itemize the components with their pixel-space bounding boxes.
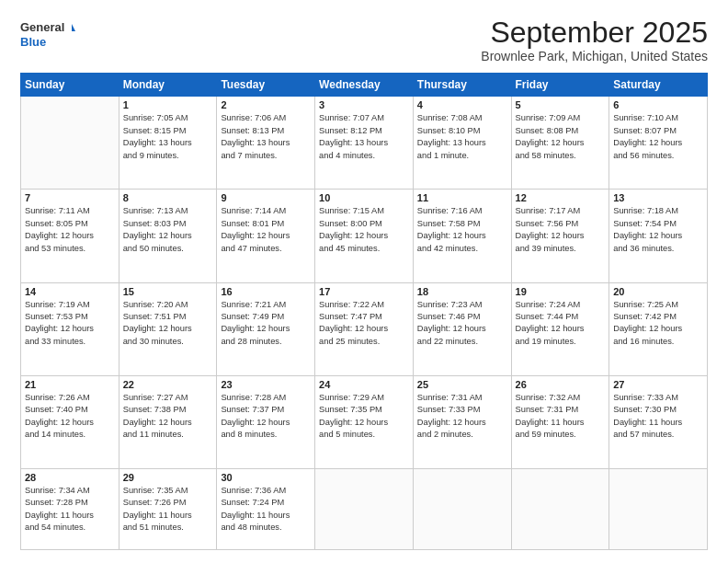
day-info: Sunrise: 7:27 AMSunset: 7:38 PMDaylight:…	[123, 392, 213, 442]
day-number: 23	[221, 379, 311, 390]
calendar-cell: 30Sunrise: 7:36 AMSunset: 7:24 PMDayligh…	[217, 468, 315, 549]
calendar-table: SundayMondayTuesdayWednesdayThursdayFrid…	[20, 73, 708, 550]
day-number: 25	[417, 379, 507, 390]
day-number: 20	[613, 286, 703, 297]
calendar-cell: 10Sunrise: 7:15 AMSunset: 8:00 PMDayligh…	[315, 190, 414, 282]
day-number: 27	[613, 379, 703, 390]
day-info: Sunrise: 7:33 AMSunset: 7:30 PMDaylight:…	[613, 392, 703, 442]
day-number: 7	[25, 192, 115, 203]
day-info: Sunrise: 7:24 AMSunset: 7:44 PMDaylight:…	[516, 299, 606, 349]
page: General Blue September 2025 Brownlee Par…	[0, 0, 728, 563]
col-header-tuesday: Tuesday	[217, 74, 315, 97]
day-info: Sunrise: 7:08 AMSunset: 8:10 PMDaylight:…	[417, 112, 507, 162]
day-number: 2	[221, 99, 311, 110]
calendar-cell: 19Sunrise: 7:24 AMSunset: 7:44 PMDayligh…	[511, 282, 609, 375]
day-info: Sunrise: 7:22 AMSunset: 7:47 PMDaylight:…	[319, 299, 409, 349]
day-number: 11	[417, 192, 507, 203]
month-title: September 2025	[481, 17, 708, 49]
day-info: Sunrise: 7:21 AMSunset: 7:49 PMDaylight:…	[221, 299, 311, 349]
calendar-cell: 4Sunrise: 7:08 AMSunset: 8:10 PMDaylight…	[413, 97, 511, 190]
calendar-cell	[413, 468, 511, 549]
calendar-cell: 11Sunrise: 7:16 AMSunset: 7:58 PMDayligh…	[413, 190, 511, 282]
day-number: 24	[319, 379, 409, 390]
col-header-friday: Friday	[511, 74, 609, 97]
week-row-5: 28Sunrise: 7:34 AMSunset: 7:28 PMDayligh…	[21, 468, 708, 549]
calendar-cell: 28Sunrise: 7:34 AMSunset: 7:28 PMDayligh…	[21, 468, 119, 549]
day-info: Sunrise: 7:09 AMSunset: 8:08 PMDaylight:…	[516, 112, 606, 162]
calendar-cell: 26Sunrise: 7:32 AMSunset: 7:31 PMDayligh…	[511, 375, 609, 468]
calendar-cell: 27Sunrise: 7:33 AMSunset: 7:30 PMDayligh…	[609, 375, 708, 468]
day-info: Sunrise: 7:11 AMSunset: 8:05 PMDaylight:…	[25, 205, 115, 255]
week-row-2: 7Sunrise: 7:11 AMSunset: 8:05 PMDaylight…	[21, 190, 708, 282]
day-info: Sunrise: 7:15 AMSunset: 8:00 PMDaylight:…	[319, 205, 409, 255]
day-number: 29	[123, 472, 213, 483]
day-info: Sunrise: 7:32 AMSunset: 7:31 PMDaylight:…	[516, 392, 606, 442]
day-info: Sunrise: 7:26 AMSunset: 7:40 PMDaylight:…	[25, 392, 115, 442]
svg-text:General: General	[20, 20, 64, 34]
day-info: Sunrise: 7:19 AMSunset: 7:53 PMDaylight:…	[25, 299, 115, 349]
day-number: 28	[25, 472, 115, 483]
day-info: Sunrise: 7:31 AMSunset: 7:33 PMDaylight:…	[417, 392, 507, 442]
day-number: 15	[123, 286, 213, 297]
calendar-cell: 21Sunrise: 7:26 AMSunset: 7:40 PMDayligh…	[21, 375, 119, 468]
title-block: September 2025 Brownlee Park, Michigan, …	[481, 17, 708, 63]
day-number: 3	[319, 99, 409, 110]
calendar-cell: 18Sunrise: 7:23 AMSunset: 7:46 PMDayligh…	[413, 282, 511, 375]
day-info: Sunrise: 7:29 AMSunset: 7:35 PMDaylight:…	[319, 392, 409, 442]
day-number: 6	[613, 99, 703, 110]
calendar-cell	[21, 97, 119, 190]
day-info: Sunrise: 7:36 AMSunset: 7:24 PMDaylight:…	[221, 485, 311, 534]
calendar-cell: 14Sunrise: 7:19 AMSunset: 7:53 PMDayligh…	[21, 282, 119, 375]
calendar-cell: 22Sunrise: 7:27 AMSunset: 7:38 PMDayligh…	[119, 375, 217, 468]
logo-svg: General Blue	[20, 17, 75, 52]
col-header-wednesday: Wednesday	[315, 74, 414, 97]
day-number: 21	[25, 379, 115, 390]
day-info: Sunrise: 7:14 AMSunset: 8:01 PMDaylight:…	[221, 205, 311, 255]
col-header-saturday: Saturday	[609, 74, 708, 97]
calendar-cell: 13Sunrise: 7:18 AMSunset: 7:54 PMDayligh…	[609, 190, 708, 282]
day-info: Sunrise: 7:34 AMSunset: 7:28 PMDaylight:…	[25, 485, 115, 534]
calendar-cell: 24Sunrise: 7:29 AMSunset: 7:35 PMDayligh…	[315, 375, 414, 468]
day-info: Sunrise: 7:25 AMSunset: 7:42 PMDaylight:…	[613, 299, 703, 349]
calendar-cell: 5Sunrise: 7:09 AMSunset: 8:08 PMDaylight…	[511, 97, 609, 190]
day-number: 18	[417, 286, 507, 297]
calendar-cell: 2Sunrise: 7:06 AMSunset: 8:13 PMDaylight…	[217, 97, 315, 190]
day-info: Sunrise: 7:23 AMSunset: 7:46 PMDaylight:…	[417, 299, 507, 349]
day-info: Sunrise: 7:06 AMSunset: 8:13 PMDaylight:…	[221, 112, 311, 162]
day-info: Sunrise: 7:05 AMSunset: 8:15 PMDaylight:…	[123, 112, 213, 162]
day-info: Sunrise: 7:10 AMSunset: 8:07 PMDaylight:…	[613, 112, 703, 162]
calendar-cell: 12Sunrise: 7:17 AMSunset: 7:56 PMDayligh…	[511, 190, 609, 282]
day-info: Sunrise: 7:13 AMSunset: 8:03 PMDaylight:…	[123, 205, 213, 255]
week-row-3: 14Sunrise: 7:19 AMSunset: 7:53 PMDayligh…	[21, 282, 708, 375]
day-info: Sunrise: 7:07 AMSunset: 8:12 PMDaylight:…	[319, 112, 409, 162]
day-number: 9	[221, 192, 311, 203]
day-number: 16	[221, 286, 311, 297]
day-number: 19	[516, 286, 606, 297]
col-header-thursday: Thursday	[413, 74, 511, 97]
day-info: Sunrise: 7:18 AMSunset: 7:54 PMDaylight:…	[613, 205, 703, 255]
calendar-header-row: SundayMondayTuesdayWednesdayThursdayFrid…	[21, 74, 708, 97]
calendar-cell: 23Sunrise: 7:28 AMSunset: 7:37 PMDayligh…	[217, 375, 315, 468]
calendar-cell: 7Sunrise: 7:11 AMSunset: 8:05 PMDaylight…	[21, 190, 119, 282]
day-number: 30	[221, 472, 311, 483]
day-info: Sunrise: 7:28 AMSunset: 7:37 PMDaylight:…	[221, 392, 311, 442]
calendar-cell: 9Sunrise: 7:14 AMSunset: 8:01 PMDaylight…	[217, 190, 315, 282]
logo: General Blue	[20, 17, 75, 52]
day-number: 14	[25, 286, 115, 297]
header: General Blue September 2025 Brownlee Par…	[20, 17, 708, 63]
day-info: Sunrise: 7:16 AMSunset: 7:58 PMDaylight:…	[417, 205, 507, 255]
day-number: 13	[613, 192, 703, 203]
calendar-cell: 3Sunrise: 7:07 AMSunset: 8:12 PMDaylight…	[315, 97, 414, 190]
day-info: Sunrise: 7:35 AMSunset: 7:26 PMDaylight:…	[123, 485, 213, 534]
day-number: 12	[516, 192, 606, 203]
calendar-cell: 17Sunrise: 7:22 AMSunset: 7:47 PMDayligh…	[315, 282, 414, 375]
calendar-cell: 6Sunrise: 7:10 AMSunset: 8:07 PMDaylight…	[609, 97, 708, 190]
week-row-4: 21Sunrise: 7:26 AMSunset: 7:40 PMDayligh…	[21, 375, 708, 468]
col-header-monday: Monday	[119, 74, 217, 97]
col-header-sunday: Sunday	[21, 74, 119, 97]
day-number: 10	[319, 192, 409, 203]
calendar-cell: 1Sunrise: 7:05 AMSunset: 8:15 PMDaylight…	[119, 97, 217, 190]
day-number: 5	[516, 99, 606, 110]
calendar-cell: 16Sunrise: 7:21 AMSunset: 7:49 PMDayligh…	[217, 282, 315, 375]
calendar-cell	[315, 468, 414, 549]
